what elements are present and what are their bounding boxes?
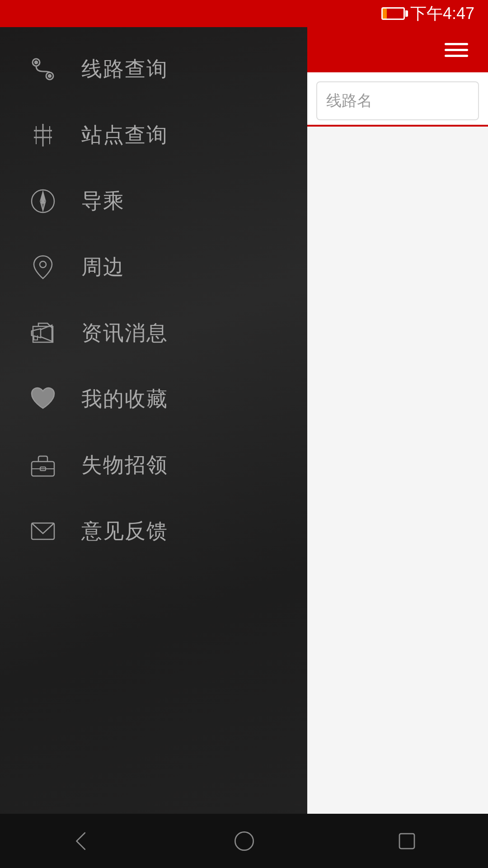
svg-point-19 — [235, 832, 253, 850]
briefcase-icon — [27, 449, 59, 481]
nav-label-nearby: 周边 — [81, 253, 125, 281]
nav-label-feedback: 意见反馈 — [81, 517, 168, 545]
nav-label-lost-found: 失物招领 — [81, 451, 168, 479]
nav-item-route-query[interactable]: 线路查询 — [0, 36, 307, 102]
search-placeholder: 线路名 — [326, 92, 372, 109]
nav-item-news[interactable]: 资讯消息 — [0, 300, 307, 366]
station-icon — [27, 119, 59, 151]
drawer-nav-list: 线路查询 站点查询 — [0, 0, 307, 810]
svg-point-12 — [42, 200, 44, 203]
nav-label-favorites: 我的收藏 — [81, 385, 168, 413]
route-search-input[interactable]: 线路名 — [316, 81, 479, 120]
nav-label-route-query: 线路查询 — [81, 55, 168, 83]
status-time: 下午4:47 — [410, 3, 474, 25]
status-bar: 下午4:47 — [0, 0, 488, 27]
nav-item-favorites[interactable]: 我的收藏 — [0, 366, 307, 432]
hamburger-button[interactable] — [425, 27, 488, 72]
nav-label-station-query: 站点查询 — [81, 121, 168, 149]
nav-label-news: 资讯消息 — [81, 319, 168, 347]
recent-button[interactable] — [361, 814, 452, 868]
nav-item-lost-found[interactable]: 失物招领 — [0, 432, 307, 498]
back-button[interactable] — [36, 814, 127, 868]
route-icon — [27, 53, 59, 85]
mail-icon — [27, 515, 59, 547]
nav-label-navigation: 导乘 — [81, 187, 125, 215]
svg-point-13 — [40, 261, 46, 268]
location-icon — [27, 251, 59, 283]
battery-fill — [383, 9, 387, 19]
search-area: 线路名 — [307, 72, 488, 127]
hamburger-icon — [445, 43, 468, 57]
news-icon — [27, 317, 59, 349]
compass-icon — [27, 185, 59, 217]
svg-point-2 — [35, 61, 38, 64]
nav-item-feedback[interactable]: 意见反馈 — [0, 498, 307, 564]
nav-item-nearby[interactable]: 周边 — [0, 234, 307, 300]
heart-icon — [27, 383, 59, 415]
svg-marker-11 — [41, 202, 45, 210]
home-button[interactable] — [199, 814, 289, 868]
svg-marker-10 — [41, 192, 45, 200]
system-nav-bar — [0, 814, 488, 868]
nav-item-navigation[interactable]: 导乘 — [0, 168, 307, 234]
svg-rect-20 — [399, 834, 414, 849]
nav-item-station-query[interactable]: 站点查询 — [0, 102, 307, 168]
search-divider — [307, 125, 488, 127]
battery-icon — [381, 7, 405, 20]
side-drawer: 线路查询 站点查询 — [0, 0, 307, 868]
svg-point-3 — [48, 75, 51, 77]
